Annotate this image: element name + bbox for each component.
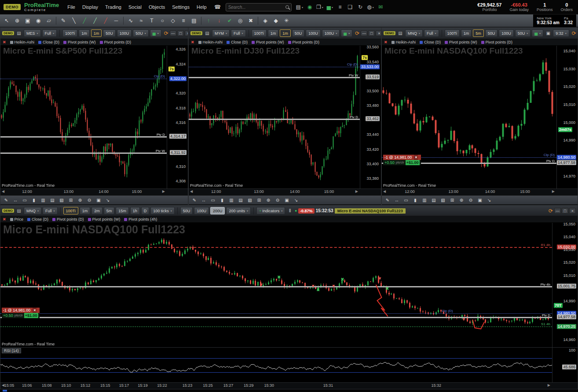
- timeframe-50u[interactable]: 50U: [485, 29, 498, 37]
- text-icon[interactable]: T: [147, 16, 157, 25]
- menu-help[interactable]: Help: [194, 3, 210, 11]
- scroll-left-arrow[interactable]: ◀: [2, 189, 4, 193]
- short-line-icon[interactable]: ╱: [101, 16, 110, 25]
- remove-indicator-icon[interactable]: ✖: [3, 217, 6, 221]
- search-icon[interactable]: [285, 5, 289, 9]
- ray-line-icon[interactable]: ╱: [90, 16, 100, 25]
- price-plot[interactable]: Micro E-mini NASDAQ100 Full1223Clp (D)Pi…: [382, 46, 556, 189]
- zoom-in-icon[interactable]: ⊕: [12, 16, 22, 25]
- print-icon[interactable]: ❑: [346, 3, 355, 11]
- timeframe-100ti[interactable]: 100Ti: [63, 207, 78, 214]
- phone-icon[interactable]: ☎: [213, 3, 222, 11]
- maximize-button[interactable]: □: [368, 30, 375, 36]
- fullscreen-icon[interactable]: ↘: [485, 196, 493, 203]
- search-input[interactable]: [228, 5, 284, 10]
- new-chart-icon[interactable]: ▅▾: [326, 3, 334, 11]
- zoom-box-icon[interactable]: ▣: [23, 16, 33, 25]
- timeframe-5m[interactable]: 5m: [104, 207, 115, 214]
- channel-icon[interactable]: ▤: [189, 16, 199, 25]
- buy-arrow-icon[interactable]: ↑: [204, 16, 213, 25]
- timeframe-50u[interactable]: 50U: [103, 29, 116, 37]
- draw-icon[interactable]: ✎: [384, 196, 391, 203]
- linechart-style-icon[interactable]: ▤: [48, 196, 56, 203]
- barchart-style-icon[interactable]: ▥: [39, 196, 47, 203]
- cursor-icon[interactable]: ↖: [2, 16, 11, 25]
- legend-item[interactable]: Heikin-Ashi: [198, 40, 223, 44]
- legend-item[interactable]: Close (D): [420, 40, 441, 44]
- layout-icon[interactable]: ▤: [15, 207, 22, 214]
- grid-toggle-icon[interactable]: ⊞: [67, 196, 75, 203]
- zoom-in-icon[interactable]: ⊕: [76, 196, 84, 203]
- mode-selector[interactable]: Full▾: [231, 29, 246, 37]
- price-axis[interactable]: 4,3264,3247s4,322.004,3204,3184,3164,314…: [167, 46, 188, 189]
- grid-toggle-icon[interactable]: ⊞: [448, 196, 456, 203]
- units-50u[interactable]: 50U: [180, 207, 193, 214]
- timeframe-100u[interactable]: 100U: [306, 29, 321, 37]
- candlestick-style-icon[interactable]: ▮: [411, 196, 419, 203]
- legend-item[interactable]: Pivot points (W): [252, 40, 284, 44]
- new-window-icon[interactable]: ❐▾: [315, 3, 324, 11]
- scroll-right-arrow[interactable]: ▶: [552, 189, 555, 193]
- polygon-icon[interactable]: ◇: [168, 16, 178, 25]
- timeframe-50u[interactable]: 50U: [292, 29, 305, 37]
- zigzag-icon[interactable]: ∿: [126, 16, 135, 25]
- rsi-axis[interactable]: 10045.686: [552, 348, 578, 382]
- select-zone-icon[interactable]: ▭: [209, 196, 217, 203]
- price-axis[interactable]: 15,04015,03015,02015,01015,0002m07s14,99…: [556, 46, 578, 189]
- timeframe-100u[interactable]: 100U: [499, 29, 514, 37]
- instrument-selector[interactable]: MES▾: [24, 29, 41, 37]
- timeframe-100u[interactable]: 100U▾: [322, 29, 340, 37]
- legend-item[interactable]: Pivot points (W): [88, 217, 121, 221]
- areachart-style-icon[interactable]: ▧: [439, 196, 447, 203]
- sync-icon[interactable]: ⟳: [355, 30, 359, 36]
- trendline-icon[interactable]: ╱: [80, 16, 89, 25]
- draw-icon[interactable]: ✎: [190, 196, 198, 203]
- horizontal-line-icon[interactable]: ─: [111, 16, 121, 25]
- tick-size-selector[interactable]: 100 ticks▾: [150, 207, 175, 214]
- legend-item[interactable]: Heikin-Ashi: [10, 40, 35, 44]
- wave-icon[interactable]: ≈: [136, 16, 146, 25]
- candlestick-style-icon[interactable]: ▮: [218, 196, 226, 203]
- timeframe-2m[interactable]: 2m: [91, 207, 102, 214]
- eraser-icon[interactable]: ▱: [44, 16, 54, 25]
- select-zone-icon[interactable]: ▭: [21, 196, 29, 203]
- minimize-button[interactable]: —: [361, 30, 367, 36]
- fullscreen-icon[interactable]: ↘: [104, 196, 112, 203]
- scroll-left-arrow[interactable]: ◀: [190, 189, 193, 193]
- layout-icon[interactable]: ▤: [204, 30, 211, 37]
- scroll-right-arrow[interactable]: ▶: [162, 189, 165, 193]
- timeframe-1m[interactable]: 1m: [91, 29, 102, 37]
- timeframe-1m[interactable]: 1m: [461, 29, 472, 37]
- workspaces-icon[interactable]: ▤▾: [295, 3, 304, 11]
- indicators-button[interactable]: +Indicators▾: [256, 207, 285, 214]
- legend-item[interactable]: Pivot points (W): [445, 40, 477, 44]
- layout-icon[interactable]: ▤: [397, 30, 404, 37]
- messages-icon[interactable]: ✉: [376, 3, 385, 11]
- zoom-in-icon[interactable]: ⊕: [264, 196, 272, 203]
- delete-drawing-icon[interactable]: ✖: [246, 16, 256, 25]
- timeframe-100u[interactable]: 100U: [117, 29, 132, 37]
- close-position-icon[interactable]: ×: [414, 155, 418, 160]
- screenshot-icon[interactable]: ▣: [545, 30, 552, 37]
- chart-style-button[interactable]: ▅▾: [150, 29, 161, 37]
- legend-item[interactable]: Pivot points (D): [481, 40, 513, 44]
- idea-icon[interactable]: ✳: [282, 16, 291, 25]
- candlestick-style-icon[interactable]: ▮: [30, 196, 38, 203]
- pencil-icon[interactable]: ✎: [59, 16, 68, 25]
- menu-objects[interactable]: Objects: [146, 3, 168, 11]
- barchart-style-icon[interactable]: ▥: [227, 196, 235, 203]
- mode-selector[interactable]: Full▾: [424, 29, 439, 37]
- timeframe-1m[interactable]: 1m: [79, 29, 90, 37]
- sync-icon[interactable]: ⟳: [164, 30, 168, 36]
- layout-icon[interactable]: ▤: [15, 30, 22, 37]
- timeframe-15m[interactable]: 15m: [116, 207, 129, 214]
- timeframe-1m[interactable]: 1m: [268, 29, 279, 37]
- zoom-select-icon[interactable]: ▣: [95, 196, 102, 203]
- timeframe-5m[interactable]: 5m: [473, 29, 484, 37]
- legend-item[interactable]: Pivot points (D): [52, 217, 84, 221]
- timeframe-50u[interactable]: 50U▾: [515, 29, 531, 37]
- fibonacci-icon[interactable]: ≡: [179, 16, 188, 25]
- timeframe-1h[interactable]: 1h: [130, 207, 140, 214]
- minimize-button[interactable]: —: [554, 208, 561, 214]
- remove-indicator-icon[interactable]: ✖: [3, 40, 6, 44]
